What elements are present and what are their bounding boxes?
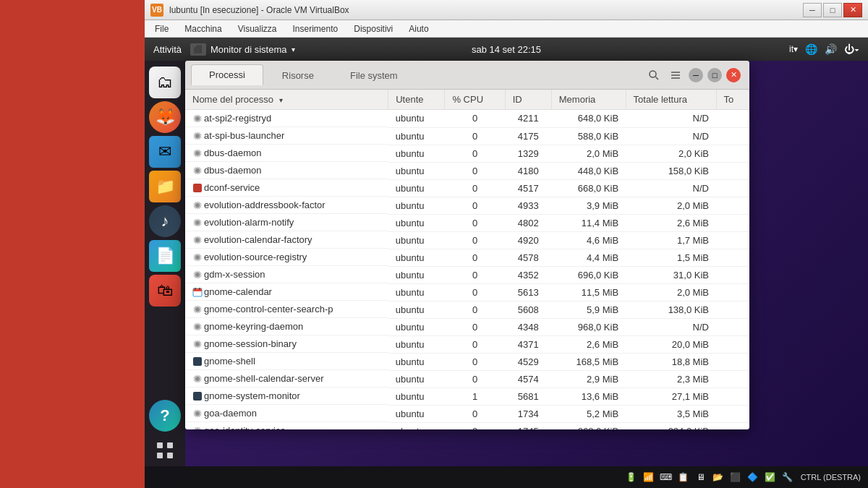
table-row[interactable]: gnome-shell ubuntu 0 4529 168,5 MiB 18,8… xyxy=(185,353,749,370)
table-row[interactable]: evolution-addressbook-factor ubuntu 0 49… xyxy=(185,197,749,214)
dock-item-music[interactable]: ♪ xyxy=(149,205,181,237)
table-row[interactable]: goa-daemon ubuntu 0 1734 5,2 MiB 3,5 MiB xyxy=(185,405,749,422)
process-extra xyxy=(716,422,749,429)
menu-aiuto[interactable]: Aiuto xyxy=(401,22,435,35)
panel-volume-icon: 🔊 xyxy=(825,43,837,55)
table-row[interactable]: gnome-keyring-daemon ubuntu 0 4348 968,0… xyxy=(185,318,749,335)
monitor-label: ⬛ Monitor di sistema ▾ xyxy=(190,43,294,56)
table-row[interactable]: gnome-calendar ubuntu 0 5613 11,5 MiB 2,… xyxy=(185,283,749,301)
svg-rect-1 xyxy=(167,442,173,448)
monitor-arrow[interactable]: ▾ xyxy=(292,46,295,53)
process-cpu: 0 xyxy=(445,283,505,301)
sysmon-maximize-button[interactable]: □ xyxy=(707,68,722,82)
sysmon-minimize-button[interactable]: ─ xyxy=(689,68,703,82)
menu-file[interactable]: File xyxy=(148,22,176,35)
dock-item-firefox[interactable]: 🦊 xyxy=(149,101,181,133)
process-user: ubuntu xyxy=(388,405,445,422)
table-row[interactable]: at-spi2-registryd ubuntu 0 4211 648,0 Ki… xyxy=(185,110,749,128)
menu-inserimento[interactable]: Inserimento xyxy=(286,22,346,35)
vbox-titlebar: VB lubuntu [In esecuzione] - Oracle VM V… xyxy=(145,0,868,20)
dock-item-help[interactable]: ? xyxy=(149,400,181,432)
menu-visualizza[interactable]: Visualizza xyxy=(231,22,284,35)
ubuntu-dock: 🗂 🦊 ✉ 📁 ♪ 📄 🛍 ? xyxy=(145,61,185,466)
table-row[interactable]: evolution-source-registry ubuntu 0 4578 … xyxy=(185,249,749,266)
process-read: 334,0 KiB xyxy=(626,422,716,429)
process-name: at-spi-bus-launcher xyxy=(185,127,388,145)
vbox-minimize-button[interactable]: ─ xyxy=(803,3,822,17)
dock-item-folder[interactable]: 📁 xyxy=(149,171,181,202)
vbox-close-button[interactable]: ✕ xyxy=(843,3,862,17)
search-icon-button[interactable] xyxy=(645,67,663,84)
process-cpu: 0 xyxy=(445,127,505,145)
col-header-lettura[interactable]: Totale lettura xyxy=(626,90,716,110)
process-id: 5681 xyxy=(505,388,551,405)
svg-rect-41 xyxy=(193,392,202,401)
process-name: gnome-shell xyxy=(185,353,388,370)
menu-dispositivi[interactable]: Dispositivi xyxy=(346,22,400,35)
dock-item-email[interactable]: ✉ xyxy=(149,136,181,168)
process-id: 5613 xyxy=(505,283,551,301)
vbox-title: lubuntu [In esecuzione] - Oracle VM Virt… xyxy=(169,5,797,15)
col-header-utente[interactable]: Utente xyxy=(388,90,445,110)
process-user: ubuntu xyxy=(388,179,445,197)
panel-power-icon[interactable]: ⏻▾ xyxy=(844,43,859,55)
process-name: gnome-calendar xyxy=(185,283,388,301)
table-row[interactable]: dbus-daemon ubuntu 0 1329 2,0 MiB 2,0 Ki… xyxy=(185,145,749,162)
process-icon xyxy=(192,408,203,419)
dock-item-show-apps[interactable] xyxy=(149,435,181,466)
col-header-memoria[interactable]: Memoria xyxy=(551,90,626,110)
process-icon xyxy=(192,391,203,401)
process-extra xyxy=(716,197,749,214)
tab-processi[interactable]: Processi xyxy=(191,64,263,85)
process-user: ubuntu xyxy=(388,162,445,179)
process-read: 1,7 MiB xyxy=(626,231,716,249)
taskbar-icon-7: ⬛ xyxy=(728,470,743,484)
table-row[interactable]: goa-identity-service ubuntu 0 1745 868,0… xyxy=(185,422,749,429)
table-row[interactable]: gnome-session-binary ubuntu 0 4371 2,6 M… xyxy=(185,335,749,353)
svg-rect-38 xyxy=(193,357,202,366)
process-id: 4802 xyxy=(505,214,551,231)
table-row[interactable]: gnome-shell-calendar-server ubuntu 0 457… xyxy=(185,370,749,388)
virtualbox-window: VB lubuntu [In esecuzione] - Oracle VM V… xyxy=(145,0,868,488)
vbox-win-controls: ─ □ ✕ xyxy=(803,3,862,17)
process-cpu: 0 xyxy=(445,214,505,231)
panel-lang[interactable]: it▾ xyxy=(789,44,798,54)
table-row[interactable]: gdm-x-session ubuntu 0 4352 696,0 KiB 31… xyxy=(185,266,749,283)
sysmon-content: Nome del processo ▾ Utente % CPU ID Memo… xyxy=(185,90,749,429)
process-id: 4933 xyxy=(505,197,551,214)
process-icon xyxy=(192,183,203,193)
table-row[interactable]: at-spi-bus-launcher ubuntu 0 4175 588,0 … xyxy=(185,127,749,145)
process-read: 2,0 MiB xyxy=(626,283,716,301)
col-header-cpu[interactable]: % CPU xyxy=(445,90,505,110)
activities-button[interactable]: Attività xyxy=(153,44,182,55)
col-header-extra[interactable]: To xyxy=(716,90,749,110)
table-row[interactable]: dconf-service ubuntu 0 4517 668,0 KiB N/… xyxy=(185,179,749,197)
process-table-container[interactable]: Nome del processo ▾ Utente % CPU ID Memo… xyxy=(185,90,749,429)
tab-filesystem[interactable]: File system xyxy=(333,66,415,85)
tab-risorse[interactable]: Risorse xyxy=(265,66,331,85)
taskbar-ctrl-label: CTRL (DESTRA) xyxy=(801,473,861,481)
menu-icon-button[interactable] xyxy=(667,67,684,84)
process-extra xyxy=(716,214,749,231)
col-header-name[interactable]: Nome del processo ▾ xyxy=(185,90,388,110)
table-row[interactable]: dbus-daemon ubuntu 0 4180 448,0 KiB 158,… xyxy=(185,162,749,179)
taskbar-icon-5: 🖥 xyxy=(694,470,708,484)
process-user: ubuntu xyxy=(388,301,445,318)
table-row[interactable]: gnome-control-center-search-p ubuntu 0 5… xyxy=(185,301,749,318)
dock-item-docs[interactable]: 📄 xyxy=(149,240,181,272)
sysmon-close-button[interactable]: ✕ xyxy=(726,68,741,82)
process-extra xyxy=(716,388,749,405)
process-extra xyxy=(716,318,749,335)
process-name: gnome-keyring-daemon xyxy=(185,318,388,335)
process-memory: 648,0 KiB xyxy=(551,110,626,128)
process-id: 4574 xyxy=(505,370,551,388)
col-header-id[interactable]: ID xyxy=(505,90,551,110)
vbox-maximize-button[interactable]: □ xyxy=(823,3,842,17)
dock-item-appstore[interactable]: 🛍 xyxy=(149,275,181,307)
menu-macchina[interactable]: Macchina xyxy=(177,22,229,35)
table-row[interactable]: evolution-calendar-factory ubuntu 0 4920… xyxy=(185,231,749,249)
table-row[interactable]: evolution-alarm-notify ubuntu 0 4802 11,… xyxy=(185,214,749,231)
dock-item-files[interactable]: 🗂 xyxy=(149,67,181,98)
table-row[interactable]: gnome-system-monitor ubuntu 1 5681 13,6 … xyxy=(185,388,749,405)
vbox-menubar: File Macchina Visualizza Inserimento Dis… xyxy=(145,20,868,38)
